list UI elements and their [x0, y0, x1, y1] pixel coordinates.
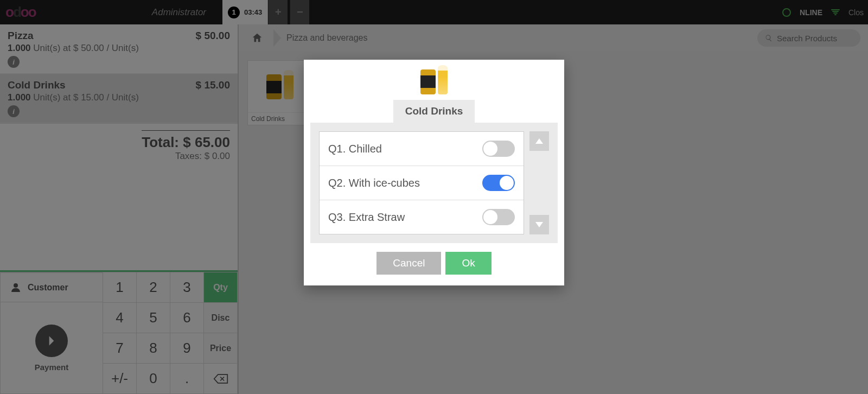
options-list: Q1. Chilled Q2. With ice-cubes Q3. Extra…	[319, 131, 524, 234]
option-label: Q3. Extra Straw	[328, 211, 405, 224]
option-toggle-straw[interactable]	[482, 209, 515, 225]
option-row: Q1. Chilled	[320, 132, 524, 166]
options-panel: Q1. Chilled Q2. With ice-cubes Q3. Extra…	[310, 123, 558, 243]
scroll-column	[529, 131, 549, 234]
modal-actions: Cancel Ok	[304, 243, 564, 275]
scroll-up-button[interactable]	[529, 131, 549, 151]
option-label: Q2. With ice-cubes	[328, 177, 420, 189]
option-row: Q2. With ice-cubes	[320, 166, 524, 200]
modal-title: Cold Drinks	[393, 100, 475, 123]
cancel-button[interactable]: Cancel	[376, 252, 441, 275]
option-row: Q3. Extra Straw	[320, 200, 524, 234]
ok-button[interactable]: Ok	[445, 252, 491, 275]
option-toggle-chilled[interactable]	[482, 141, 515, 157]
product-options-modal: Cold Drinks Q1. Chilled Q2. With ice-cub…	[304, 60, 564, 285]
modal-overlay: Cold Drinks Q1. Chilled Q2. With ice-cub…	[0, 0, 868, 394]
option-toggle-ice-cubes[interactable]	[482, 175, 515, 191]
chevron-up-icon	[535, 138, 543, 144]
chevron-down-icon	[535, 222, 543, 227]
scroll-down-button[interactable]	[529, 215, 549, 234]
modal-product-image	[304, 60, 564, 100]
option-label: Q1. Chilled	[328, 143, 382, 155]
